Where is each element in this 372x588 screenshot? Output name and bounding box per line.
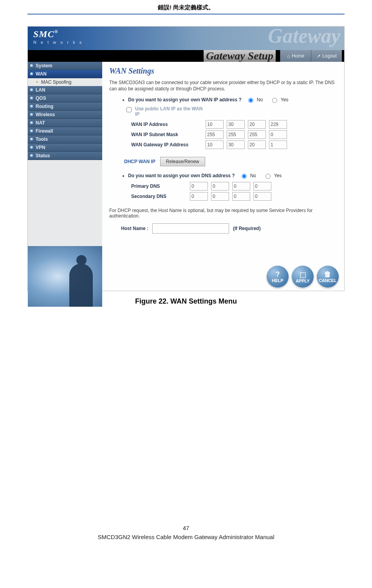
- brand-logo: SMC®: [33, 29, 58, 40]
- footer-text: SMCD3GN2 Wireless Cable Modem Gateway Ad…: [27, 534, 345, 540]
- dhcp-wan-ip-label: DHCP WAN IP: [124, 159, 155, 164]
- wan-ip-no-radio[interactable]: [248, 98, 253, 103]
- header-bar: Gateway Setup ⌂Home ↗Logout: [28, 50, 344, 62]
- wan-gw-1[interactable]: [227, 140, 245, 149]
- sidebar-item-status[interactable]: Status: [28, 152, 102, 160]
- screenshot-frame: SMC® N e t w o r k s Gateway Gateway Set…: [27, 26, 345, 291]
- banner: SMC® N e t w o r k s Gateway: [28, 27, 344, 50]
- bullet-icon: [30, 105, 33, 108]
- wan-gw-3[interactable]: [269, 140, 287, 149]
- radio-yes-label: Yes: [274, 173, 282, 178]
- help-button[interactable]: ?HELP: [267, 266, 289, 288]
- pdns-2[interactable]: [232, 182, 250, 191]
- sidebar-item-wan[interactable]: WAN: [28, 70, 102, 78]
- brand-sub: N e t w o r k s: [33, 40, 83, 45]
- doc-heading: 錯誤! 尚未定義樣式。: [27, 4, 345, 11]
- primary-dns-label: Primary DNS: [131, 183, 190, 189]
- sidebar-item-vpn[interactable]: VPN: [28, 144, 102, 152]
- sdns-2[interactable]: [232, 192, 250, 201]
- use-public-lan-checkbox[interactable]: [126, 107, 132, 112]
- wan-mask-label: WAN IP Subnet Mask: [131, 132, 206, 137]
- apply-icon: ⬚: [300, 270, 306, 279]
- wan-ip-yes-radio[interactable]: [272, 98, 277, 103]
- sidebar-illustration: [28, 246, 102, 307]
- content-description: The SMCD3GN3 can be connected to your ca…: [109, 79, 337, 92]
- wan-ip-0[interactable]: [206, 120, 224, 129]
- sidebar-item-label: VPN: [36, 145, 45, 150]
- wan-mask-3[interactable]: [269, 130, 287, 139]
- bullet-icon: [30, 97, 33, 100]
- sidebar-sub-mac-spoofing[interactable]: MAC Spoofing: [28, 78, 102, 86]
- bullet-icon: [30, 113, 33, 116]
- header-rule: [27, 14, 345, 14]
- sidebar-item-label: WAN: [36, 71, 47, 77]
- page-title-banner: Gateway Setup: [204, 50, 276, 62]
- sidebar-item-lan[interactable]: LAN: [28, 86, 102, 94]
- sidebar-item-system[interactable]: System: [28, 62, 102, 70]
- pdns-3[interactable]: [253, 182, 271, 191]
- sidebar-item-nat[interactable]: NAT: [28, 119, 102, 127]
- release-renew-button[interactable]: Release/Renew: [160, 157, 205, 166]
- help-label: HELP: [272, 278, 283, 283]
- cancel-label: CANCEL: [319, 278, 337, 283]
- banner-ghost-text: Gateway: [268, 24, 340, 47]
- apply-button[interactable]: ⬚APPLY: [292, 266, 314, 288]
- radio-yes-label: Yes: [281, 97, 289, 102]
- dns-no-radio[interactable]: [242, 174, 247, 179]
- logout-icon: ↗: [316, 53, 321, 59]
- sidebar-item-label: Firewall: [36, 128, 53, 134]
- pdns-0[interactable]: [190, 182, 208, 191]
- sidebar-item-label: Tools: [36, 137, 48, 142]
- wan-ip-label: WAN IP Address: [131, 122, 206, 127]
- brand-logo-reg: ®: [54, 29, 58, 34]
- sidebar-item-label: Status: [36, 153, 50, 158]
- bullet-icon: [30, 146, 33, 149]
- cancel-button[interactable]: 🗑CANCEL: [317, 266, 339, 288]
- host-name-input[interactable]: [152, 223, 229, 234]
- wan-mask-1[interactable]: [227, 130, 245, 139]
- logout-button[interactable]: ↗Logout: [311, 50, 342, 62]
- wan-ip-question: Do you want to assign your own WAN IP ad…: [128, 97, 242, 102]
- sidebar: System WAN MAC Spoofing LAN QOS Routing …: [28, 62, 102, 291]
- wan-gw-2[interactable]: [248, 140, 266, 149]
- sdns-1[interactable]: [211, 192, 229, 201]
- use-public-lan-label: Use public LAN IP as the WAN IP: [135, 106, 207, 117]
- bullet-icon: [30, 129, 33, 133]
- logout-label: Logout: [322, 53, 337, 59]
- sidebar-item-qos[interactable]: QOS: [28, 94, 102, 102]
- apply-label: APPLY: [296, 279, 310, 283]
- dns-yes-radio[interactable]: [265, 174, 271, 179]
- sidebar-item-firewall[interactable]: Firewall: [28, 127, 102, 135]
- wan-gw-0[interactable]: [206, 140, 224, 149]
- bullet-icon: [30, 154, 33, 157]
- wan-ip-1[interactable]: [227, 120, 245, 129]
- sidebar-item-wireless[interactable]: Wireless: [28, 111, 102, 119]
- dns-question: Do you want to assign your own DNS addre…: [128, 173, 235, 178]
- bullet-icon: [30, 138, 33, 141]
- sidebar-item-label: Wireless: [36, 112, 55, 117]
- page-footer: 47 SMCD3GN2 Wireless Cable Modem Gateway…: [27, 525, 345, 540]
- pdns-1[interactable]: [211, 182, 229, 191]
- sdns-3[interactable]: [253, 192, 271, 201]
- wan-mask-0[interactable]: [206, 130, 224, 139]
- host-name-label: Host Name :: [121, 226, 148, 231]
- bullet-icon: [30, 72, 33, 76]
- sidebar-item-routing[interactable]: Routing: [28, 102, 102, 111]
- sidebar-item-tools[interactable]: Tools: [28, 135, 102, 144]
- home-label: Home: [292, 53, 304, 59]
- secondary-dns-label: Secondary DNS: [131, 194, 190, 199]
- sdns-0[interactable]: [190, 192, 208, 201]
- wan-mask-2[interactable]: [248, 130, 266, 139]
- home-icon: ⌂: [287, 53, 290, 59]
- radio-no-label: No: [257, 97, 263, 102]
- home-button[interactable]: ⌂Home: [280, 50, 311, 62]
- dhcp-note: For DHCP request, the Host Name is optio…: [109, 208, 337, 219]
- sidebar-item-label: QOS: [36, 95, 46, 101]
- wan-gw-label: WAN Gateway IP Address: [131, 142, 206, 147]
- sidebar-item-label: Routing: [36, 104, 53, 109]
- wan-ip-3[interactable]: [269, 120, 287, 129]
- radio-no-label: No: [250, 173, 256, 178]
- wan-ip-2[interactable]: [248, 120, 266, 129]
- host-required-label: (If Required): [233, 226, 261, 231]
- brand-logo-text: SMC: [33, 29, 54, 39]
